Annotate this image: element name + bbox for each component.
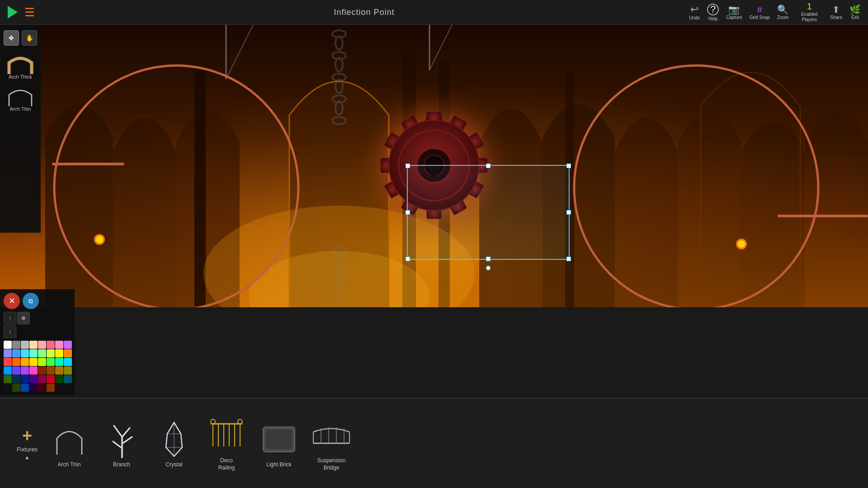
color-swatch[interactable]	[4, 358, 12, 366]
right-orange-bar	[778, 215, 868, 217]
color-swatch[interactable]	[12, 375, 20, 383]
branch-item-label: Branch	[113, 461, 130, 468]
grid-snap-button[interactable]: # Grid Snap	[750, 5, 770, 20]
color-swatch[interactable]	[64, 349, 72, 357]
selection-handle-bm[interactable]	[486, 257, 491, 261]
color-swatch[interactable]	[4, 375, 12, 383]
pan-tool-button[interactable]: ✋	[22, 30, 37, 46]
color-swatch[interactable]	[38, 349, 46, 357]
color-swatch[interactable]	[47, 375, 55, 383]
arch-thin-shape	[52, 422, 86, 456]
color-swatch[interactable]	[55, 358, 63, 366]
color-swatch[interactable]	[12, 341, 20, 349]
undo-icon: ↩	[690, 5, 698, 14]
color-swatch[interactable]	[29, 358, 38, 366]
color-swatch[interactable]	[64, 375, 72, 383]
exit-icon: 🌿	[849, 5, 861, 14]
selection-handle-tm[interactable]	[486, 164, 491, 168]
color-swatch[interactable]	[38, 358, 46, 366]
share-button[interactable]: ⬆ Share	[830, 5, 842, 20]
add-fixture-icon: +	[22, 427, 32, 444]
fixture-crystal[interactable]: Crystal	[150, 415, 198, 471]
svg-rect-66	[265, 429, 292, 450]
color-swatch[interactable]	[47, 341, 55, 349]
color-swatch[interactable]	[55, 366, 63, 375]
sidebar-item-arch-thick[interactable]: Arch Thick	[2, 52, 38, 81]
color-swatch[interactable]	[4, 349, 12, 357]
topbar-left: ☰	[0, 4, 39, 20]
share-icon: ⬆	[832, 5, 840, 14]
capture-button[interactable]: 📷 Capture	[726, 5, 742, 20]
color-swatch[interactable]	[38, 375, 46, 383]
color-swatch[interactable]	[47, 349, 55, 357]
color-swatch[interactable]	[47, 366, 55, 375]
selection-handle-mr[interactable]	[566, 210, 571, 215]
color-swatch[interactable]	[21, 349, 29, 357]
undo-button[interactable]: ↩ Undo	[689, 5, 700, 20]
topbar: ☰ Inflection Point ↩ Undo ? Help 📷 Captu…	[0, 0, 868, 25]
selection-handle-ml[interactable]	[406, 210, 410, 215]
selection-handle-br[interactable]	[566, 257, 571, 261]
play-button[interactable]	[5, 4, 21, 20]
color-swatch[interactable]	[64, 358, 72, 366]
fixture-arch-thin[interactable]: Arch Thin	[45, 415, 93, 471]
color-swatch[interactable]	[12, 349, 20, 357]
color-swatch[interactable]	[4, 341, 12, 349]
selection-handle-tr[interactable]	[566, 164, 571, 168]
fixture-light-brick[interactable]: Light Brick	[255, 415, 303, 471]
help-icon: ?	[707, 4, 719, 15]
delete-button[interactable]: ✕	[4, 293, 20, 309]
color-swatch[interactable]	[12, 358, 20, 366]
zoom-button[interactable]: 🔍 Zoom	[777, 5, 789, 20]
color-swatch[interactable]	[47, 384, 55, 392]
selection-handle-bl[interactable]	[406, 257, 410, 261]
color-swatch[interactable]	[21, 341, 29, 349]
color-swatch[interactable]	[55, 349, 63, 357]
fixture-branch[interactable]: Branch	[98, 415, 146, 471]
move-up-button[interactable]: ↑	[4, 312, 16, 324]
color-swatch[interactable]	[21, 375, 29, 383]
color-swatch[interactable]	[38, 384, 46, 392]
arch-thick-thumbnail	[7, 54, 34, 74]
canvas-area[interactable]	[0, 25, 868, 307]
color-swatch[interactable]	[64, 341, 72, 349]
color-swatch[interactable]	[38, 366, 46, 375]
color-swatch[interactable]	[55, 375, 63, 383]
selection-handle-tl[interactable]	[406, 164, 410, 168]
right-circle	[570, 61, 823, 307]
color-swatch[interactable]	[12, 366, 20, 375]
color-swatch[interactable]	[64, 366, 72, 375]
color-swatch[interactable]	[29, 375, 38, 383]
fixture-suspension-bridge[interactable]: SuspensionBridge	[307, 411, 355, 475]
color-swatch[interactable]	[29, 366, 38, 375]
move-down-button[interactable]: ↓	[4, 325, 16, 338]
help-button[interactable]: ? Help	[707, 4, 719, 21]
arch-thick-label: Arch Thick	[9, 74, 32, 80]
color-swatch[interactable]	[38, 341, 46, 349]
fixture-deco-railing[interactable]: DecoRailing	[203, 411, 250, 475]
color-swatch[interactable]	[47, 358, 55, 366]
color-swatch[interactable]	[29, 384, 38, 392]
selection-box[interactable]	[407, 165, 570, 260]
color-swatch[interactable]	[21, 366, 29, 375]
color-swatch[interactable]	[12, 384, 20, 392]
bottom-panel: + Fixtures ▲ Arch Thin Branch	[0, 398, 868, 488]
copy-button[interactable]: ⧉	[23, 293, 39, 309]
menu-icon[interactable]: ☰	[24, 5, 35, 19]
fixtures-button[interactable]: + Fixtures ▲	[9, 427, 45, 460]
selection-rotate-handle[interactable]	[486, 266, 491, 270]
light-brick-shape	[261, 425, 297, 454]
color-swatch[interactable]	[4, 366, 12, 375]
color-swatch[interactable]	[29, 349, 38, 357]
transform-tool-button[interactable]: ✤	[4, 30, 19, 46]
color-swatch[interactable]	[4, 384, 12, 392]
fixtures-arrow-icon: ▲	[25, 455, 30, 460]
enabled-players-button[interactable]: 1 Enabled Players	[796, 2, 823, 23]
color-swatch[interactable]	[21, 384, 29, 392]
color-swatch[interactable]	[21, 358, 29, 366]
color-swatch[interactable]	[29, 341, 38, 349]
color-swatch[interactable]	[55, 341, 63, 349]
exit-button[interactable]: 🌿 Exit	[849, 5, 861, 20]
left-circle	[50, 61, 303, 307]
sidebar-item-arch-thin[interactable]: Arch Thin	[2, 84, 38, 113]
